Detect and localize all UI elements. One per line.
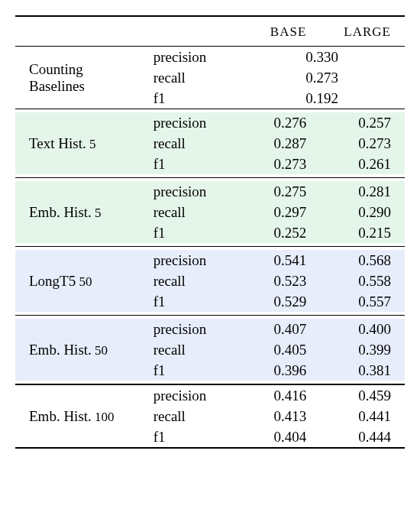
table-row: LongT5 50precision0.5410.568 <box>15 250 405 271</box>
metric-label: f1 <box>147 426 239 447</box>
value-large: 0.558 <box>320 271 405 291</box>
metric-value: 0.330 <box>239 47 405 68</box>
method-name: Emb. Hist. 50 <box>15 319 147 381</box>
metric-label: f1 <box>147 88 239 109</box>
value-large: 0.441 <box>320 406 405 426</box>
value-base: 0.529 <box>239 291 320 312</box>
metric-value: 0.273 <box>239 67 405 88</box>
value-base: 0.404 <box>239 426 320 447</box>
method-name: Text Hist. 5 <box>15 112 147 174</box>
metric-label: precision <box>147 47 239 68</box>
method-name: LongT5 50 <box>15 250 147 312</box>
metric-label: recall <box>147 67 239 88</box>
method-name: Emb. Hist. 5 <box>15 181 147 243</box>
value-base: 0.287 <box>239 133 320 154</box>
metric-label: precision <box>147 250 239 271</box>
value-large: 0.281 <box>320 181 405 202</box>
value-base: 0.413 <box>239 406 320 426</box>
value-large: 0.273 <box>320 133 405 154</box>
metric-label: recall <box>147 406 239 426</box>
value-large: 0.257 <box>320 112 405 133</box>
value-base: 0.273 <box>239 154 320 174</box>
value-base: 0.541 <box>239 250 320 271</box>
value-large: 0.215 <box>320 222 405 243</box>
value-large: 0.459 <box>320 385 405 407</box>
metric-label: precision <box>147 319 239 339</box>
table-row: Emb. Hist. 5precision0.2750.281 <box>15 181 405 202</box>
metric-label: recall <box>147 202 239 222</box>
value-base: 0.416 <box>239 385 320 407</box>
value-base: 0.523 <box>239 271 320 291</box>
table-row: Emb. Hist. 50precision0.4070.400 <box>15 319 405 339</box>
value-large: 0.444 <box>320 426 405 447</box>
value-base: 0.276 <box>239 112 320 133</box>
metric-label: f1 <box>147 291 239 312</box>
value-base: 0.407 <box>239 319 320 339</box>
value-base: 0.297 <box>239 202 320 222</box>
header-large: LARGE <box>344 24 391 39</box>
metric-label: precision <box>147 385 239 407</box>
value-large: 0.399 <box>320 339 405 360</box>
table-row: CountingBaselinesprecision0.330 <box>15 47 405 68</box>
method-name: Emb. Hist. 100 <box>15 385 147 448</box>
value-large: 0.400 <box>320 319 405 339</box>
metric-label: f1 <box>147 154 239 174</box>
header-base: BASE <box>270 24 306 39</box>
table-row: Emb. Hist. 100precision0.4160.459 <box>15 385 405 407</box>
results-table: BASE LARGE CountingBaselinesprecision0.3… <box>15 15 405 449</box>
metric-label: f1 <box>147 360 239 381</box>
metric-label: precision <box>147 181 239 202</box>
metric-label: recall <box>147 339 239 360</box>
value-large: 0.568 <box>320 250 405 271</box>
value-large: 0.381 <box>320 360 405 381</box>
metric-label: recall <box>147 133 239 154</box>
metric-label: f1 <box>147 222 239 243</box>
value-large: 0.290 <box>320 202 405 222</box>
metric-label: recall <box>147 271 239 291</box>
value-large: 0.557 <box>320 291 405 312</box>
value-base: 0.275 <box>239 181 320 202</box>
value-base: 0.405 <box>239 339 320 360</box>
header-row: BASE LARGE <box>15 16 405 47</box>
value-base: 0.252 <box>239 222 320 243</box>
metric-value: 0.192 <box>239 88 405 109</box>
metric-label: precision <box>147 112 239 133</box>
method-name: CountingBaselines <box>15 47 147 109</box>
table-row: Text Hist. 5precision0.2760.257 <box>15 112 405 133</box>
value-large: 0.261 <box>320 154 405 174</box>
value-base: 0.396 <box>239 360 320 381</box>
